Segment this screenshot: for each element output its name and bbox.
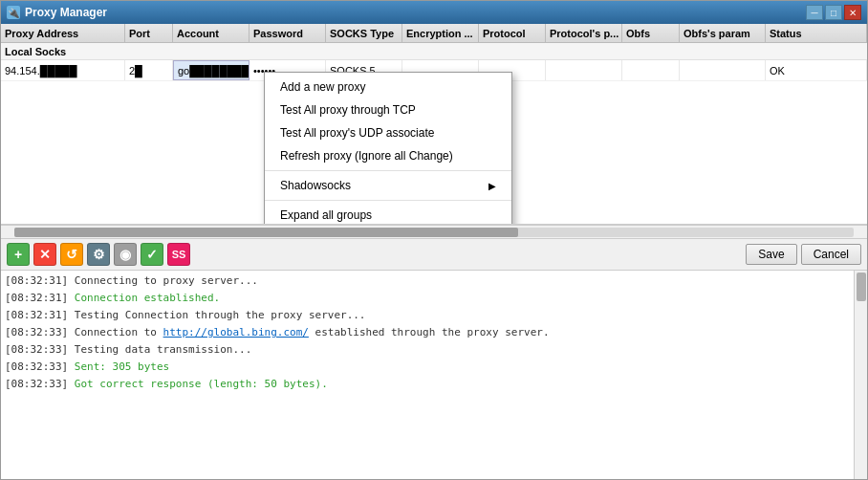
check-button[interactable]: ✓	[141, 243, 163, 266]
horizontal-scrollbar[interactable]	[1, 225, 867, 238]
log-text: Sent: 305 bytes	[75, 360, 169, 373]
window-title: Proxy Manager	[25, 6, 107, 19]
log-link[interactable]: http://global.bing.com/	[163, 326, 309, 338]
log-timestamp: [08:32:31]	[5, 274, 68, 287]
cancel-button[interactable]: Cancel	[801, 244, 861, 265]
col-obfs: Obfs	[622, 24, 680, 42]
proxy-button[interactable]: ◉	[114, 243, 137, 266]
scrollbar-thumb	[14, 228, 518, 237]
cell-status: OK	[766, 60, 867, 80]
context-menu: Add a new proxy Test All proxy through T…	[264, 72, 512, 225]
settings-button[interactable]: ⚙	[87, 243, 110, 266]
col-socks-type: SOCKS Type	[326, 24, 402, 42]
col-obfs-param: Obfs's param	[680, 24, 766, 42]
log-text: Connection established.	[75, 292, 220, 304]
cell-obfs	[622, 60, 680, 80]
log-line-1: [08:32:31] Connecting to proxy server...	[5, 273, 863, 290]
col-protocol-p: Protocol's p...	[546, 24, 622, 42]
close-button[interactable]: ✕	[844, 5, 861, 20]
log-text: Testing Connection through the proxy ser…	[75, 309, 366, 321]
col-encryption: Encryption ...	[402, 24, 479, 42]
cell-protocol-p	[546, 60, 622, 80]
log-line-5: [08:32:33] Testing data transmission...	[5, 341, 863, 359]
log-timestamp: [08:32:33]	[5, 378, 68, 390]
col-account: Account	[173, 24, 250, 42]
refresh-button[interactable]: ↺	[60, 243, 83, 266]
group-label: Local Socks	[5, 46, 66, 57]
proxy-table-area: Proxy Address Port Account Password SOCK…	[1, 24, 867, 225]
menu-separator-1	[265, 170, 511, 171]
window-icon: 🔌	[7, 6, 20, 19]
log-scrollbar-thumb	[857, 273, 866, 301]
menu-item-shadowsocks[interactable]: Shadowsocks ▶	[265, 174, 511, 197]
log-text: Connecting to proxy server...	[75, 274, 258, 287]
group-row-local-socks: Local Socks	[1, 43, 867, 60]
cell-account: go████████	[173, 60, 250, 80]
log-timestamp: [08:32:33]	[5, 360, 68, 373]
toolbar: + ✕ ↺ ⚙ ◉ ✓ SS Save Cancel	[1, 238, 867, 271]
table-header: Proxy Address Port Account Password SOCK…	[1, 24, 867, 43]
toolbar-actions: Save Cancel	[746, 244, 861, 265]
shadowsocks-button[interactable]: SS	[167, 243, 190, 266]
add-proxy-button[interactable]: +	[7, 243, 30, 266]
cell-obfs-param	[680, 60, 766, 80]
log-timestamp: [08:32:31]	[5, 309, 68, 321]
menu-item-refresh[interactable]: Refresh proxy (Ignore all Change)	[265, 144, 511, 167]
log-timestamp: [08:32:33]	[5, 343, 68, 356]
log-text: Testing data transmission...	[75, 343, 251, 356]
remove-proxy-button[interactable]: ✕	[33, 243, 56, 266]
col-password: Password	[250, 24, 326, 42]
cell-proxy-address: 94.154.█████	[1, 60, 125, 80]
log-line-6: [08:32:33] Sent: 305 bytes	[5, 359, 863, 376]
menu-separator-2	[265, 200, 511, 201]
col-proxy-address: Proxy Address	[1, 24, 125, 42]
log-text-pre: Connection to	[75, 326, 163, 338]
minimize-button[interactable]: ─	[806, 5, 823, 20]
menu-item-expand[interactable]: Expand all groups	[265, 204, 511, 225]
col-protocol: Protocol	[479, 24, 546, 42]
col-port: Port	[125, 24, 173, 42]
log-line-7: [08:32:33] Got correct response (length:…	[5, 376, 863, 393]
proxy-manager-window: 🔌 Proxy Manager ─ □ ✕ Proxy Address Port…	[0, 0, 868, 480]
cell-port: 2█	[125, 60, 173, 80]
scrollbar-track	[14, 228, 854, 237]
log-line-3: [08:32:31] Testing Connection through th…	[5, 307, 863, 324]
col-status: Status	[766, 24, 867, 42]
log-text: Got correct response (length: 50 bytes).	[75, 378, 328, 390]
log-line-4: [08:32:33] Connection to http://global.b…	[5, 324, 863, 341]
menu-item-add-proxy[interactable]: Add a new proxy	[265, 76, 511, 98]
menu-item-test-tcp[interactable]: Test All proxy through TCP	[265, 98, 511, 121]
title-bar: 🔌 Proxy Manager ─ □ ✕	[1, 1, 867, 24]
log-area: [08:32:31] Connecting to proxy server...…	[1, 271, 867, 479]
submenu-arrow: ▶	[488, 181, 496, 191]
log-text-post: established through the proxy server.	[309, 326, 550, 338]
maximize-button[interactable]: □	[825, 5, 842, 20]
menu-item-test-udp[interactable]: Test All proxy's UDP associate	[265, 121, 511, 144]
title-controls: ─ □ ✕	[806, 5, 861, 20]
title-bar-left: 🔌 Proxy Manager	[7, 6, 107, 19]
log-timestamp: [08:32:33]	[5, 326, 68, 338]
log-scrollbar[interactable]	[854, 271, 867, 479]
save-button[interactable]: Save	[746, 244, 796, 265]
log-line-2: [08:32:31] Connection established.	[5, 290, 863, 307]
log-timestamp: [08:32:31]	[5, 292, 68, 304]
